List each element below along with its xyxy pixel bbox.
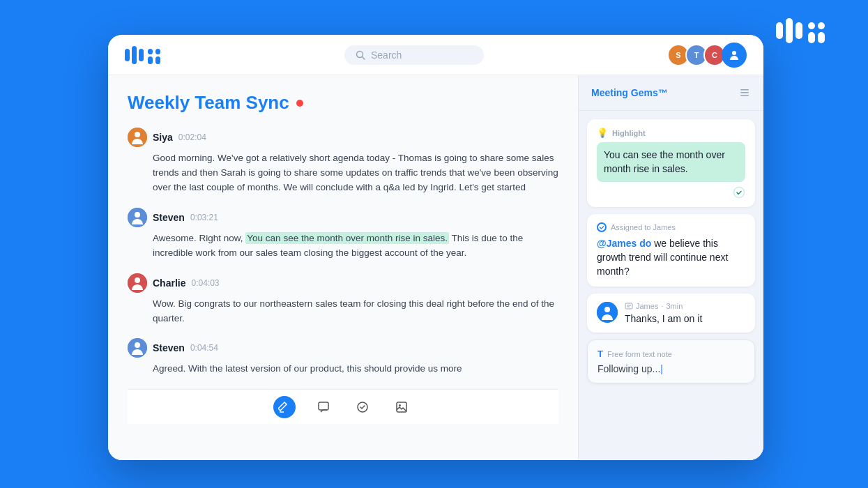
task-tool-button[interactable]: [351, 396, 374, 418]
top-logo: [776, 17, 832, 47]
svg-point-19: [135, 132, 140, 137]
speaker-time: 0:02:04: [178, 132, 206, 142]
transcript-panel: Weekly Team Sync Siya 0:02:04: [108, 75, 579, 460]
search-placeholder: Search: [371, 49, 402, 61]
reply-text: Thanks, I am on it: [625, 313, 745, 324]
svg-point-36: [604, 307, 610, 312]
meeting-title-row: Weekly Team Sync: [128, 92, 558, 114]
gem-card-highlight: 💡 Highlight You can see the month over m…: [587, 119, 755, 207]
note-input[interactable]: Following up...: [597, 363, 745, 374]
svg-rect-11: [155, 49, 160, 54]
assigned-label-text: Assigned to James: [611, 223, 676, 231]
highlight-tool-button[interactable]: [273, 396, 296, 418]
svg-point-17: [732, 51, 736, 55]
message-header: Steven 0:04:54: [128, 338, 558, 358]
message-body: Agreed. With the latest version of our p…: [128, 362, 558, 376]
gem-card-reply: James · 3min Thanks, I am on it: [587, 293, 755, 333]
gems-header: Meeting Gems™: [579, 75, 763, 111]
reply-separator: ·: [661, 302, 663, 310]
image-tool-button[interactable]: [390, 396, 413, 418]
svg-rect-33: [740, 95, 749, 96]
gems-panel: Meeting Gems™ 💡 Highlight You can see th…: [579, 75, 763, 460]
reply-content: James · 3min Thanks, I am on it: [625, 302, 745, 324]
svg-line-15: [363, 56, 365, 59]
svg-rect-1: [786, 18, 793, 43]
svg-point-34: [734, 187, 745, 197]
reply-time: 3min: [666, 302, 683, 310]
avatar: [128, 273, 147, 293]
avatars-group: S T C: [667, 43, 747, 68]
svg-rect-2: [795, 22, 802, 39]
live-indicator: [296, 100, 303, 107]
note-label: T Free form text note: [597, 349, 745, 359]
svg-rect-12: [148, 56, 153, 64]
body-area: Weekly Team Sync Siya 0:02:04: [108, 75, 763, 460]
svg-rect-5: [808, 32, 815, 43]
search-icon: [356, 50, 365, 60]
mention-text: @James do: [597, 238, 651, 249]
svg-rect-4: [818, 22, 825, 29]
gems-title: Meeting Gems™: [591, 87, 668, 98]
svg-point-21: [135, 212, 140, 218]
gem-reply: James · 3min Thanks, I am on it: [597, 302, 745, 324]
svg-rect-10: [148, 49, 153, 54]
header-logo: [125, 45, 161, 65]
message-body: Good morning. We've got a relatively sho…: [128, 151, 558, 195]
reply-speaker: James: [636, 302, 658, 310]
speaker-name: Steven: [153, 342, 185, 353]
speaker-name: Charlie: [153, 277, 185, 289]
svg-rect-32: [740, 92, 749, 93]
message-body: Wow. Big congrats to our northeastern sa…: [128, 297, 558, 326]
header-bar: Search S T C: [108, 35, 763, 75]
speaker-time: 0:04:54: [190, 343, 218, 353]
gem-card-note[interactable]: T Free form text note Following up...: [587, 340, 755, 383]
svg-rect-7: [125, 49, 130, 61]
message-header: Steven 0:03:21: [128, 208, 558, 227]
main-card: Search S T C Weekly Team Sync: [108, 35, 763, 460]
highlight-label-text: Highlight: [612, 129, 646, 137]
gem-assigned-label: Assigned to James: [597, 222, 745, 232]
svg-rect-8: [132, 46, 137, 64]
svg-point-25: [135, 342, 140, 348]
message-item: Steven 0:03:21 Awesome. Right now, You c…: [128, 208, 558, 261]
avatar-active: [722, 43, 747, 68]
message-item: Siya 0:02:04 Good morning. We've got a r…: [128, 128, 558, 195]
checkmark-icon: [733, 186, 745, 199]
reply-meta-icon: [625, 302, 633, 310]
svg-rect-0: [776, 22, 783, 39]
message-item: Steven 0:04:54 Agreed. With the latest v…: [128, 338, 558, 376]
bottom-toolbar: [128, 389, 558, 424]
gem-card-action: Assigned to James @James do we believe t…: [587, 214, 755, 287]
note-label-text: Free form text note: [607, 350, 672, 358]
speaker-time: 0:04:03: [191, 278, 219, 288]
svg-rect-13: [155, 56, 160, 64]
svg-rect-6: [818, 32, 825, 43]
svg-point-30: [399, 404, 401, 406]
highlighted-text: You can see the month over month rise in…: [245, 232, 449, 244]
svg-rect-3: [808, 22, 815, 29]
reply-avatar: [597, 302, 618, 323]
gems-list: 💡 Highlight You can see the month over m…: [579, 111, 763, 460]
svg-rect-31: [740, 89, 749, 91]
assigned-check-icon: [597, 222, 607, 232]
gem-highlight-content: You can see the month over month rise in…: [597, 142, 745, 182]
comment-tool-button[interactable]: [312, 396, 335, 418]
message-body-highlight: Awesome. Right now, You can see the mont…: [128, 231, 558, 261]
search-bar[interactable]: Search: [344, 45, 484, 65]
reply-meta: James · 3min: [625, 302, 745, 310]
svg-rect-9: [139, 49, 144, 61]
message-header: Charlie 0:04:03: [128, 273, 558, 293]
meeting-title: Weekly Team Sync: [128, 92, 289, 114]
svg-point-23: [135, 277, 140, 283]
avatar: [128, 208, 147, 227]
speaker-name: Siya: [153, 132, 173, 143]
avatar: [128, 338, 147, 358]
gem-action-body: @James do we believe this growth trend w…: [597, 236, 745, 279]
note-icon: T: [597, 349, 603, 359]
avatar: [128, 128, 147, 147]
svg-rect-27: [319, 402, 328, 410]
speaker-time: 0:03:21: [190, 213, 218, 222]
gem-label: 💡 Highlight: [597, 128, 745, 138]
message-item: Charlie 0:04:03 Wow. Big congrats to our…: [128, 273, 558, 326]
message-header: Siya 0:02:04: [128, 128, 558, 147]
